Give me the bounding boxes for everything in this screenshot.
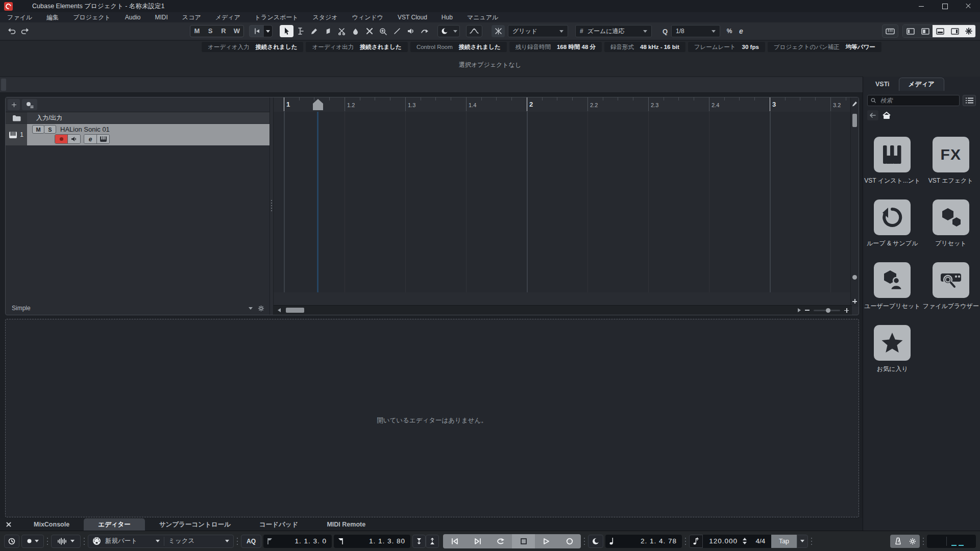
- menu-manual[interactable]: マニュアル: [460, 13, 505, 22]
- close-button[interactable]: [957, 0, 980, 12]
- read-automation-button[interactable]: R: [217, 26, 230, 37]
- right-zone-toggle-icon[interactable]: [947, 25, 962, 37]
- midi-mix-mode-value[interactable]: ミックス: [168, 537, 194, 545]
- project-cursor-handle[interactable]: [312, 99, 324, 110]
- minimize-button[interactable]: [910, 0, 933, 12]
- strip-handle[interactable]: [1, 79, 6, 91]
- left-locator-display[interactable]: 1. 1. 3. 0: [263, 535, 332, 548]
- punch-in-icon[interactable]: [412, 535, 426, 548]
- iterative-quantize-icon[interactable]: %: [723, 25, 736, 37]
- record-button[interactable]: [558, 534, 581, 548]
- scroll-left-icon[interactable]: [278, 308, 281, 312]
- tab-sampler-control[interactable]: サンプラーコントロール: [145, 518, 245, 531]
- menu-midi[interactable]: MIDI: [148, 14, 175, 21]
- menu-window[interactable]: ウィンドウ: [345, 13, 390, 22]
- menu-vst-cloud[interactable]: VST Cloud: [390, 14, 434, 21]
- track-settings-gear-icon[interactable]: [258, 305, 264, 312]
- stop-button[interactable]: [512, 534, 535, 548]
- io-channel-row[interactable]: 入力/出力: [6, 112, 270, 123]
- scrub-arrow-icon[interactable]: [418, 25, 431, 37]
- hzoom-slider-thumb[interactable]: [826, 308, 830, 313]
- menu-transport[interactable]: トランスポート: [248, 13, 306, 22]
- search-input[interactable]: [879, 96, 956, 105]
- vzoom-plus-icon[interactable]: [852, 299, 857, 304]
- ruler-pencil-icon[interactable]: [852, 101, 857, 107]
- vzoom-knob[interactable]: [852, 275, 857, 280]
- setup-window-layout-gear-icon[interactable]: [962, 25, 975, 37]
- click-settings-gear-icon[interactable]: [905, 535, 920, 548]
- play-button[interactable]: [535, 534, 558, 548]
- close-lower-zone-icon[interactable]: [5, 521, 12, 528]
- menu-studio[interactable]: スタジオ: [306, 13, 345, 22]
- menu-project[interactable]: プロジェクト: [66, 13, 118, 22]
- status-audio-input[interactable]: オーディオ入力接続されました: [202, 42, 303, 52]
- erase-tool-icon[interactable]: [321, 25, 335, 37]
- solo-all-button[interactable]: S: [204, 26, 217, 37]
- auto-scroll-options-caret[interactable]: [264, 26, 272, 37]
- inspector-zone-toggle-icon[interactable]: [918, 25, 933, 37]
- status-control-room[interactable]: Control Room接続されました: [410, 42, 507, 52]
- search-box[interactable]: [867, 95, 960, 106]
- edit-channel-button[interactable]: e: [84, 135, 96, 143]
- hzoom-slider[interactable]: [814, 310, 840, 311]
- tile-loops-samples[interactable]: ループ & サンプル: [863, 199, 922, 248]
- use-track-preset-icon[interactable]: [22, 99, 37, 110]
- track-name[interactable]: HALion Sonic 01: [60, 126, 110, 133]
- audio-record-modes-select[interactable]: [51, 535, 81, 548]
- mute-all-button[interactable]: M: [190, 26, 204, 37]
- redo-icon[interactable]: [18, 25, 32, 37]
- timeline-ruler[interactable]: 11.21.31.422.22.32.433.2: [274, 97, 852, 112]
- draw-tool-icon[interactable]: [307, 25, 321, 37]
- menu-audio[interactable]: Audio: [118, 14, 148, 21]
- status-audio-output[interactable]: オーディオ出力接続されました: [306, 42, 407, 52]
- tempo-track-icon[interactable]: [689, 535, 703, 548]
- tab-midi-remote[interactable]: MIDI Remote: [312, 518, 380, 531]
- activity-monitor[interactable]: [927, 535, 976, 548]
- add-track-button[interactable]: [8, 99, 20, 110]
- status-frame-rate[interactable]: フレームレート30 fps: [688, 42, 765, 52]
- hzoom-plus-icon[interactable]: [844, 308, 849, 313]
- time-display-options-icon[interactable]: [4, 535, 19, 548]
- status-pan-law[interactable]: プロジェクトのパン補正均等パワー: [768, 42, 881, 52]
- range-selection-tool-icon[interactable]: [293, 25, 307, 37]
- line-tool-icon[interactable]: [390, 25, 404, 37]
- tile-presets[interactable]: プリセット: [922, 199, 980, 248]
- tab-chord-pads[interactable]: コードパッド: [245, 518, 312, 531]
- track-list-divider[interactable]: [270, 97, 274, 315]
- auto-quantize-button[interactable]: AQ: [241, 535, 261, 548]
- edit-instrument-button[interactable]: [96, 135, 109, 143]
- tab-media[interactable]: メディア: [899, 78, 944, 91]
- color-menu-icon[interactable]: [438, 25, 451, 37]
- secondary-time-display[interactable]: 2. 1. 4. 78: [605, 535, 682, 548]
- horizontal-scrollbar[interactable]: [274, 305, 852, 315]
- time-signature-display[interactable]: 4/4: [750, 535, 771, 548]
- home-icon[interactable]: [883, 112, 891, 119]
- quantize-panel-icon[interactable]: e: [736, 25, 747, 37]
- auto-scroll-icon[interactable]: [250, 25, 264, 37]
- hzoom-minus-icon[interactable]: [805, 310, 810, 311]
- punch-out-icon[interactable]: [426, 535, 439, 548]
- track-mute-button[interactable]: M: [32, 125, 44, 134]
- zoom-tool-icon[interactable]: [376, 25, 390, 37]
- midi-record-mode-value[interactable]: 新規パート: [105, 537, 137, 545]
- tile-user-presets[interactable]: ユーザープリセット: [863, 262, 922, 311]
- common-record-modes-select[interactable]: [21, 535, 44, 548]
- hscroll-thumb[interactable]: [286, 308, 304, 313]
- menu-edit[interactable]: 編集: [39, 13, 66, 22]
- back-icon[interactable]: [867, 110, 878, 120]
- undo-icon[interactable]: [5, 25, 18, 37]
- tile-file-browser[interactable]: ファイルブラウザー: [922, 262, 980, 311]
- tab-editor[interactable]: エディター: [84, 518, 145, 531]
- vscroll-thumb[interactable]: [852, 114, 857, 127]
- status-record-format[interactable]: 録音形式48 kHz - 16 bit: [604, 42, 685, 52]
- color-menu-caret[interactable]: [451, 25, 459, 37]
- snap-icon[interactable]: [492, 25, 505, 37]
- write-automation-button[interactable]: W: [230, 26, 243, 37]
- tempo-steppers[interactable]: [743, 538, 747, 544]
- pre-roll-icon[interactable]: [588, 535, 603, 548]
- monitor-button[interactable]: [67, 135, 80, 143]
- play-tool-icon[interactable]: [404, 25, 418, 37]
- grid-type-select[interactable]: # ズームに適応: [575, 25, 652, 37]
- tile-favorites[interactable]: お気に入り: [863, 325, 922, 373]
- tempo-display[interactable]: 120.000: [703, 535, 750, 548]
